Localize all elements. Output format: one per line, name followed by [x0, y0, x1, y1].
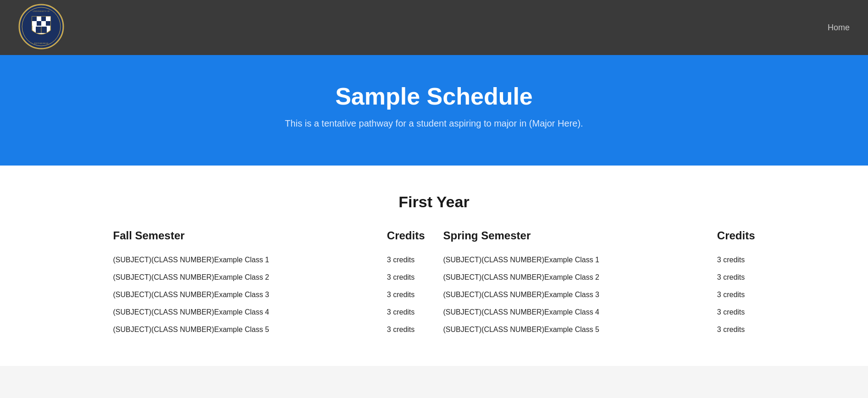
svg-rect-4 — [41, 17, 46, 21]
fall-course-credits: 3 credits — [387, 269, 425, 286]
spring-course-name: (SUBJECT)(CLASS NUMBER)Example Class 5 — [443, 321, 699, 338]
schedule-grid: Fall Semester Credits Spring Semester Cr… — [113, 229, 755, 338]
spring-course-credits: 3 credits — [717, 269, 755, 286]
spring-course-name: (SUBJECT)(CLASS NUMBER)Example Class 3 — [443, 286, 699, 304]
fall-course-name: (SUBJECT)(CLASS NUMBER)Example Class 1 — [113, 251, 369, 269]
svg-text:PITTSBURGH: PITTSBURGH — [34, 42, 49, 44]
pitt-logo-icon: UNIVERSITY OF PITTSBURGH — [18, 4, 64, 50]
spring-course-credits: 3 credits — [717, 286, 755, 304]
svg-rect-9 — [46, 21, 50, 26]
page-subtitle: This is a tentative pathway for a studen… — [9, 118, 859, 129]
navbar: UNIVERSITY OF PITTSBURGH Home — [0, 0, 868, 55]
svg-rect-2 — [32, 17, 37, 21]
fall-course-name: (SUBJECT)(CLASS NUMBER)Example Class 3 — [113, 286, 369, 304]
page-title: Sample Schedule — [9, 83, 859, 110]
fall-semester-header: Fall Semester — [113, 229, 369, 251]
fall-course-credits: 3 credits — [387, 304, 425, 321]
svg-rect-7 — [37, 21, 41, 26]
spring-course-name: (SUBJECT)(CLASS NUMBER)Example Class 2 — [443, 269, 699, 286]
svg-rect-5 — [46, 17, 50, 21]
fall-course-name: (SUBJECT)(CLASS NUMBER)Example Class 5 — [113, 321, 369, 338]
spring-course-credits: 3 credits — [717, 251, 755, 269]
svg-rect-6 — [32, 21, 37, 26]
fall-course-credits: 3 credits — [387, 321, 425, 338]
fall-course-name: (SUBJECT)(CLASS NUMBER)Example Class 4 — [113, 304, 369, 321]
fall-credits-header: Credits — [387, 229, 425, 251]
logo-container: UNIVERSITY OF PITTSBURGH — [18, 4, 64, 51]
svg-text:UNIVERSITY OF: UNIVERSITY OF — [33, 10, 50, 12]
spring-course-name: (SUBJECT)(CLASS NUMBER)Example Class 1 — [443, 251, 699, 269]
svg-rect-8 — [41, 21, 46, 26]
spring-course-name: (SUBJECT)(CLASS NUMBER)Example Class 4 — [443, 304, 699, 321]
year-heading: First Year — [37, 193, 831, 211]
fall-course-credits: 3 credits — [387, 251, 425, 269]
spring-credits-header: Credits — [717, 229, 755, 251]
hero-banner: Sample Schedule This is a tentative path… — [0, 55, 868, 166]
main-content: First Year Fall Semester Credits Spring … — [0, 166, 868, 366]
svg-rect-3 — [37, 17, 41, 21]
fall-course-credits: 3 credits — [387, 286, 425, 304]
spring-course-credits: 3 credits — [717, 321, 755, 338]
fall-course-name: (SUBJECT)(CLASS NUMBER)Example Class 2 — [113, 269, 369, 286]
spring-semester-header: Spring Semester — [443, 229, 699, 251]
home-link[interactable]: Home — [828, 23, 850, 33]
spring-course-credits: 3 credits — [717, 304, 755, 321]
